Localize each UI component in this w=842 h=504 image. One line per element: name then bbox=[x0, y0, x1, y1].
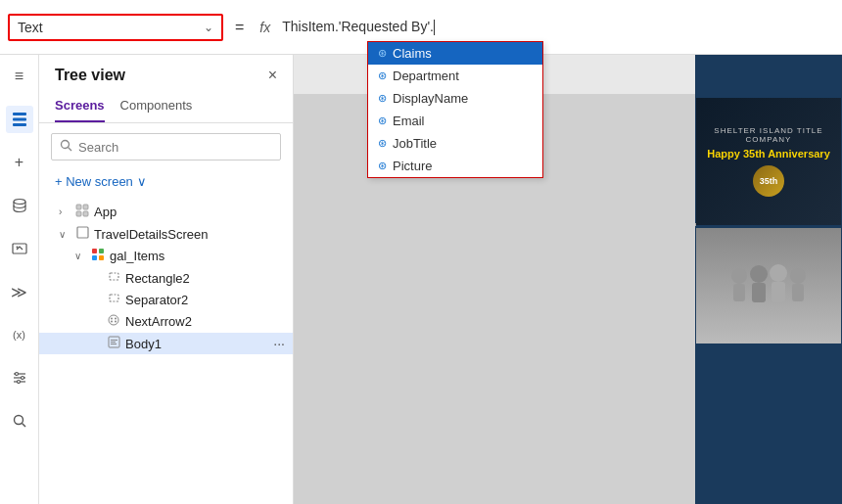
tree-item-gal-items[interactable]: ∨ gal_Items bbox=[39, 245, 293, 267]
new-screen-button[interactable]: + New screen ∨ bbox=[39, 170, 293, 197]
preview-image-2 bbox=[696, 228, 841, 344]
app-icon bbox=[74, 204, 90, 220]
autocomplete-item-department[interactable]: ⊛ Department bbox=[368, 65, 542, 87]
image-divider bbox=[695, 223, 696, 226]
group-photo bbox=[696, 228, 841, 344]
autocomplete-item-displayname[interactable]: ⊛ DisplayName bbox=[368, 87, 542, 110]
formula-bar[interactable]: ThisItem.'Requested By'. bbox=[282, 19, 834, 35]
svg-point-14 bbox=[62, 141, 70, 149]
new-screen-chevron: ∨ bbox=[137, 174, 147, 189]
anniversary-text: Happy 35th Anniversary bbox=[707, 148, 830, 160]
svg-rect-39 bbox=[752, 283, 766, 302]
anniversary-image: SHELTER ISLAND TITLE COMPANY Happy 35th … bbox=[696, 98, 841, 225]
search-input[interactable] bbox=[78, 140, 272, 155]
tree-item-app[interactable]: › App bbox=[39, 201, 293, 223]
top-bar: Text ⌄ = fx ThisItem.'Requested By'. ⊛ C… bbox=[0, 0, 842, 55]
autocomplete-item-jobtitle[interactable]: ⊛ JobTitle bbox=[368, 132, 542, 155]
svg-rect-20 bbox=[77, 227, 88, 238]
svg-rect-1 bbox=[13, 118, 26, 121]
field-icon-department: ⊛ bbox=[378, 69, 387, 82]
svg-point-9 bbox=[15, 373, 18, 376]
svg-rect-25 bbox=[110, 273, 118, 280]
traveldetailsscreen-label: TravelDetailsScreen bbox=[94, 227, 209, 242]
sidebar-icons: ≡ + ≫ (x) bbox=[0, 55, 39, 504]
formula-cursor bbox=[434, 20, 435, 35]
svg-point-36 bbox=[731, 268, 747, 284]
rectangle-icon bbox=[106, 270, 121, 286]
sidebar-icon-media[interactable] bbox=[6, 235, 33, 262]
svg-rect-21 bbox=[92, 249, 97, 253]
svg-point-10 bbox=[21, 377, 23, 380]
preview-image-1: SHELTER ISLAND TITLE COMPANY Happy 35th … bbox=[696, 98, 841, 225]
autocomplete-item-picture[interactable]: ⊛ Picture bbox=[368, 155, 542, 177]
svg-point-40 bbox=[770, 264, 787, 282]
app-label: App bbox=[94, 205, 117, 219]
tree-item-body1[interactable]: Body1 ··· bbox=[39, 333, 293, 354]
control-selector-text: Text bbox=[18, 20, 204, 35]
autocomplete-label-displayname: DisplayName bbox=[393, 91, 468, 106]
sidebar-icon-insert[interactable]: + bbox=[6, 149, 33, 176]
text-icon bbox=[106, 336, 121, 351]
tree-item-separator2[interactable]: Separator2 bbox=[39, 289, 293, 310]
sidebar-icon-data[interactable] bbox=[6, 192, 33, 219]
tree-header: Tree view × bbox=[39, 55, 293, 92]
svg-point-3 bbox=[14, 200, 25, 205]
svg-point-11 bbox=[17, 381, 20, 384]
autocomplete-item-email[interactable]: ⊛ Email bbox=[368, 110, 542, 132]
svg-point-28 bbox=[111, 318, 113, 320]
tab-screens[interactable]: Screens bbox=[55, 92, 105, 122]
field-icon-email: ⊛ bbox=[378, 115, 387, 127]
svg-rect-26 bbox=[110, 295, 118, 301]
sidebar-icon-search[interactable] bbox=[6, 407, 33, 435]
svg-rect-23 bbox=[92, 255, 97, 260]
chevron-down-icon-gallery: ∨ bbox=[74, 251, 86, 261]
autocomplete-label-jobtitle: JobTitle bbox=[393, 136, 437, 151]
svg-point-5 bbox=[16, 247, 18, 249]
svg-rect-19 bbox=[83, 211, 88, 216]
tree-title: Tree view bbox=[55, 67, 125, 84]
separator2-label: Separator2 bbox=[125, 293, 188, 307]
sidebar-icon-treeview[interactable] bbox=[6, 106, 33, 133]
svg-point-12 bbox=[14, 416, 23, 425]
svg-rect-37 bbox=[733, 284, 745, 301]
autocomplete-label-email: Email bbox=[393, 114, 425, 128]
equals-sign: = bbox=[231, 19, 248, 36]
tree-tabs: Screens Components bbox=[39, 92, 293, 123]
sidebar-icon-variables[interactable]: (x) bbox=[6, 321, 33, 348]
chevron-down-icon: ⌄ bbox=[204, 21, 213, 34]
body1-context-menu[interactable]: ··· bbox=[273, 336, 285, 351]
company-name: SHELTER ISLAND TITLE COMPANY bbox=[696, 126, 841, 144]
svg-rect-43 bbox=[792, 284, 804, 301]
fx-icon: fx bbox=[256, 20, 274, 35]
tree-item-traveldetailsscreen[interactable]: ∨ TravelDetailsScreen bbox=[39, 223, 293, 245]
tab-components[interactable]: Components bbox=[120, 92, 193, 122]
group-silhouettes bbox=[720, 256, 818, 315]
tree-item-rectangle2[interactable]: Rectangle2 bbox=[39, 267, 293, 289]
sidebar-icon-settings[interactable] bbox=[6, 364, 33, 391]
svg-line-15 bbox=[69, 148, 72, 152]
svg-point-30 bbox=[115, 318, 117, 320]
control-selector[interactable]: Text ⌄ bbox=[8, 14, 223, 41]
anniversary-badge: 35th bbox=[753, 165, 784, 197]
tree-content: › App ∨ T bbox=[39, 197, 293, 504]
tree-close-button[interactable]: × bbox=[268, 67, 277, 84]
autocomplete-dropdown: ⊛ Claims ⊛ Department ⊛ DisplayName ⊛ Em… bbox=[367, 41, 543, 178]
sidebar-icon-hamburger[interactable]: ≡ bbox=[6, 63, 33, 90]
svg-point-42 bbox=[790, 268, 806, 284]
svg-rect-0 bbox=[13, 113, 26, 115]
svg-point-38 bbox=[750, 265, 768, 283]
chevron-right-icon: › bbox=[59, 206, 70, 217]
autocomplete-item-claims[interactable]: ⊛ Claims bbox=[368, 42, 542, 65]
nextarrow2-label: NextArrow2 bbox=[125, 314, 192, 329]
rectangle2-label: Rectangle2 bbox=[125, 271, 190, 286]
field-icon-jobtitle: ⊛ bbox=[378, 137, 387, 150]
tree-item-nextarrow2[interactable]: NextArrow2 bbox=[39, 310, 293, 333]
search-box[interactable] bbox=[51, 133, 281, 160]
formula-text: ThisItem.'Requested By'. bbox=[282, 19, 434, 34]
search-icon bbox=[60, 139, 72, 155]
sidebar-icon-formula[interactable]: ≫ bbox=[6, 278, 33, 305]
autocomplete-label-picture: Picture bbox=[393, 159, 432, 173]
field-icon-picture: ⊛ bbox=[378, 160, 387, 172]
tree-panel: Tree view × Screens Components + New scr… bbox=[39, 55, 294, 504]
field-icon-displayname: ⊛ bbox=[378, 92, 387, 105]
